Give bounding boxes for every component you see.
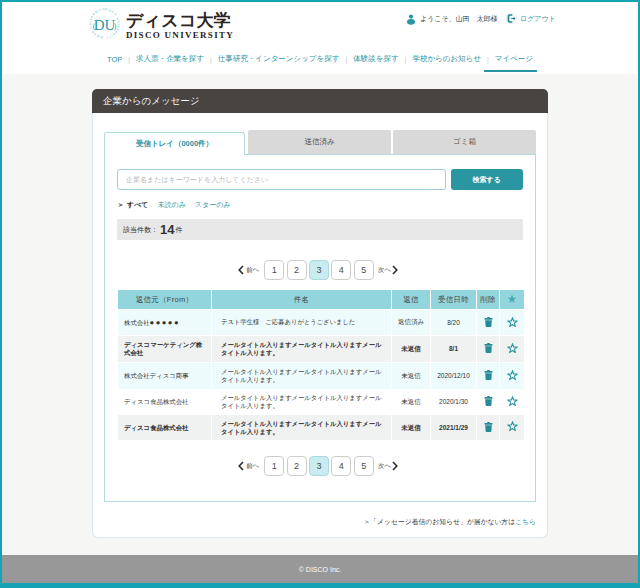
svg-text:(: ( xyxy=(93,22,96,31)
svg-text:): ) xyxy=(114,22,117,31)
svg-text:DU: DU xyxy=(94,17,116,33)
